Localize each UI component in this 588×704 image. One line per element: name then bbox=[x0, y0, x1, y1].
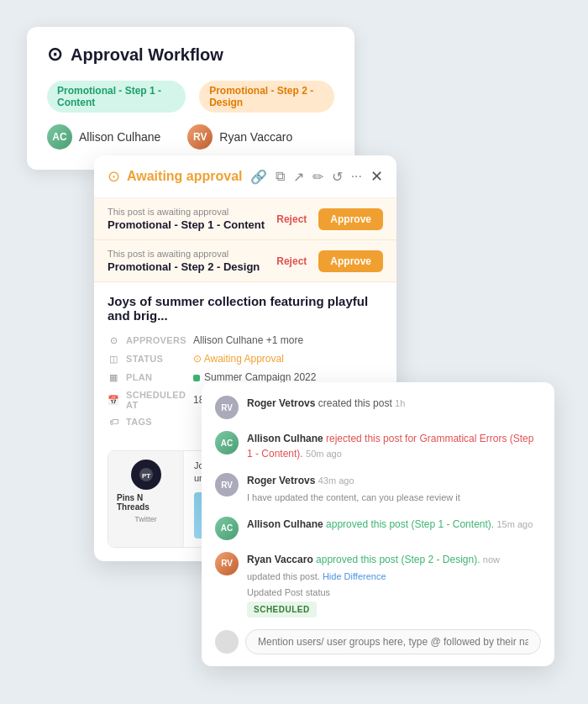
calendar-icon: 📅 bbox=[108, 395, 119, 406]
approvers-value: Allison Culhane +1 more bbox=[193, 334, 303, 346]
post-title: Joys of summer collection featuring play… bbox=[108, 294, 383, 323]
avatar-roger-1: RV bbox=[215, 396, 239, 419]
meta-plan: ▦ PLAN Summer Campaign 2022 bbox=[108, 371, 383, 383]
undo-icon[interactable]: ↺ bbox=[332, 169, 343, 185]
approver-2-name: Ryan Vaccaro bbox=[219, 130, 292, 144]
avatar-roger-2: RV bbox=[215, 473, 239, 496]
activity-status-update: Updated Post status bbox=[247, 586, 541, 600]
awaiting-title: Awaiting approval bbox=[127, 169, 244, 184]
preview-logo: PT bbox=[131, 460, 161, 490]
close-icon[interactable]: ✕ bbox=[370, 167, 383, 186]
status-label: STATUS bbox=[126, 354, 186, 364]
step-badge-2: Promotional - Step 2 - Design bbox=[199, 81, 334, 113]
bar2-step: Promotional - Step 2 - Design bbox=[108, 260, 260, 273]
activity-comment-3: I have updated the content, can you plea… bbox=[247, 491, 541, 505]
activity-time-2: 50m ago bbox=[306, 449, 342, 459]
approve-btn-1[interactable]: Approve bbox=[318, 208, 383, 230]
scheduled-label: SCHEDULED AT bbox=[126, 390, 186, 410]
tags-label: TAGS bbox=[126, 417, 186, 427]
more-icon[interactable]: ··· bbox=[351, 169, 362, 184]
share-icon[interactable]: ↗ bbox=[293, 169, 304, 185]
reject-btn-1[interactable]: Reject bbox=[271, 210, 312, 229]
plan-value: Summer Campaign 2022 bbox=[193, 371, 316, 383]
copy-icon[interactable]: ⧉ bbox=[276, 169, 285, 184]
activity-action-1: created this post bbox=[318, 397, 395, 409]
workflow-steps: Promotional - Step 1 - Content Promotion… bbox=[47, 81, 334, 113]
bar1-actions: Reject Approve bbox=[271, 208, 383, 230]
avatar-ryan: RV bbox=[187, 124, 213, 150]
scheduled-badge: SCHEDULED bbox=[247, 600, 541, 617]
avatar-allison-2: AC bbox=[215, 517, 239, 540]
approvers-label: APPROVERS bbox=[126, 335, 186, 345]
mention-row bbox=[215, 629, 541, 654]
mention-input[interactable] bbox=[245, 629, 541, 654]
edit-icon[interactable]: ✏ bbox=[312, 169, 323, 185]
step-badge-1: Promotional - Step 1 - Content bbox=[47, 81, 186, 113]
activity-action-4: approved this post (Step 1 - Content). bbox=[326, 518, 494, 530]
plan-label: PLAN bbox=[126, 372, 186, 382]
activity-item-1: RV Roger Vetrovs created this post 1h bbox=[215, 396, 541, 419]
bar2-label: This post is awaiting approval bbox=[108, 249, 260, 259]
approver-1: AC Allison Culhane bbox=[47, 124, 160, 150]
activity-item-3: RV Roger Vetrovs 43m ago I have updated … bbox=[215, 473, 541, 505]
card-title: ⊙ Approval Workflow bbox=[47, 44, 334, 66]
awaiting-icon: ⊙ bbox=[108, 167, 120, 186]
activity-time-5: now bbox=[483, 554, 500, 565]
approvers-icon: ⊙ bbox=[108, 335, 119, 346]
activity-item-5: RV Ryan Vaccaro approved this post (Step… bbox=[215, 552, 541, 617]
activity-time-1: 1h bbox=[395, 398, 405, 408]
activity-item-2: AC Allison Culhane rejected this post fo… bbox=[215, 431, 541, 461]
hide-diff-link[interactable]: Hide Difference bbox=[323, 571, 386, 581]
approvers-row: AC Allison Culhane RV Ryan Vaccaro bbox=[47, 124, 334, 150]
activity-sub-5: updated this post. Hide Difference bbox=[247, 570, 541, 584]
tag-icon: 🏷 bbox=[108, 417, 119, 427]
activity-user-2: Allison Culhane bbox=[247, 433, 323, 444]
approve-btn-2[interactable]: Approve bbox=[318, 250, 383, 272]
link-icon[interactable]: 🔗 bbox=[250, 169, 267, 185]
activity-user-1: Roger Vetrovs bbox=[247, 397, 315, 409]
reject-btn-2[interactable]: Reject bbox=[271, 252, 312, 271]
bar2-actions: Reject Approve bbox=[271, 250, 383, 272]
svg-text:PT: PT bbox=[141, 472, 150, 480]
mention-avatar bbox=[215, 630, 239, 654]
activity-user-3: Roger Vetrovs bbox=[247, 475, 315, 486]
activity-user-5: Ryan Vaccaro bbox=[247, 554, 313, 565]
activity-time-4: 15m ago bbox=[496, 519, 533, 529]
avatar-allison-1: AC bbox=[215, 431, 239, 454]
approver-2: RV Ryan Vaccaro bbox=[187, 124, 292, 150]
activity-item-4: AC Allison Culhane approved this post (S… bbox=[215, 517, 541, 540]
status-icon: ◫ bbox=[108, 354, 119, 365]
plan-icon: ▦ bbox=[108, 372, 119, 383]
bar1-label: This post is awaiting approval bbox=[108, 207, 265, 217]
person-icon: ⊙ bbox=[47, 44, 62, 66]
preview-platform: Twitter bbox=[134, 515, 157, 523]
card-title-text: Approval Workflow bbox=[71, 45, 223, 65]
header-icons: 🔗 ⧉ ↗ ✏ ↺ ··· ✕ bbox=[250, 167, 383, 186]
activity-action-5: approved this post (Step 2 - Design). bbox=[316, 554, 480, 565]
activity-feed-card: RV Roger Vetrovs created this post 1h AC… bbox=[202, 382, 554, 666]
approval-bar-2: This post is awaiting approval Promotion… bbox=[94, 240, 396, 282]
main-panel-header: ⊙ Awaiting approval 🔗 ⧉ ↗ ✏ ↺ ··· ✕ bbox=[94, 155, 396, 198]
avatar-allison: AC bbox=[47, 124, 72, 150]
activity-time-3: 43m ago bbox=[318, 475, 354, 486]
preview-left: PT Pins N Threads Twitter bbox=[108, 451, 184, 547]
meta-approvers: ⊙ APPROVERS Allison Culhane +1 more bbox=[108, 334, 383, 346]
status-value: ⊙ Awaiting Approval bbox=[193, 353, 284, 365]
bar1-step: Promotional - Step 1 - Content bbox=[108, 218, 265, 231]
activity-user-4: Allison Culhane bbox=[247, 518, 323, 530]
approver-1-name: Allison Culhane bbox=[79, 130, 160, 144]
avatar-ryan-1: RV bbox=[215, 552, 239, 575]
meta-status: ◫ STATUS ⊙ Awaiting Approval bbox=[108, 353, 383, 365]
approval-workflow-card: ⊙ Approval Workflow Promotional - Step 1… bbox=[27, 27, 354, 170]
approval-bar-1: This post is awaiting approval Promotion… bbox=[94, 198, 396, 240]
preview-brand: Pins N Threads bbox=[117, 493, 175, 512]
